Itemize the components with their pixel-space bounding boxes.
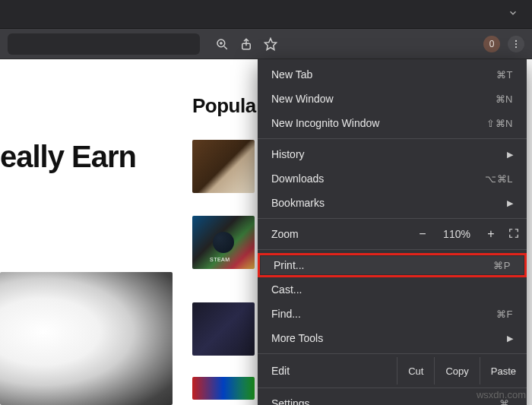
chevron-down-icon[interactable] bbox=[508, 8, 518, 21]
menu-item-new-incognito[interactable]: New Incognito Window ⇧⌘N bbox=[258, 111, 527, 135]
profile-badge[interactable]: 0 bbox=[483, 36, 500, 52]
menu-item-label: More Tools bbox=[271, 332, 507, 344]
menu-item-zoom: Zoom − 110% + bbox=[258, 222, 527, 246]
svg-point-7 bbox=[515, 43, 517, 44]
menu-item-shortcut: ⌘F bbox=[496, 308, 513, 320]
zoom-icon[interactable] bbox=[215, 37, 229, 51]
menu-item-label: New Incognito Window bbox=[271, 117, 486, 129]
menu-item-shortcut: ⌘P bbox=[493, 260, 511, 271]
article-thumbnail[interactable] bbox=[192, 216, 255, 269]
menu-item-label: Find... bbox=[271, 308, 496, 320]
svg-point-8 bbox=[515, 46, 517, 48]
menu-item-edit: Edit Cut Copy Paste bbox=[258, 357, 527, 384]
svg-line-1 bbox=[224, 46, 227, 49]
steam-logo-icon bbox=[213, 232, 234, 253]
watermark: wsxdn.com bbox=[477, 389, 526, 400]
chevron-right-icon: ▶ bbox=[507, 198, 513, 208]
menu-item-cast[interactable]: Cast... bbox=[258, 277, 527, 302]
svg-point-6 bbox=[515, 40, 517, 41]
share-icon[interactable] bbox=[239, 37, 253, 51]
more-menu-button[interactable] bbox=[508, 36, 524, 52]
menu-item-history[interactable]: History ▶ bbox=[258, 142, 527, 166]
edit-copy-button[interactable]: Copy bbox=[434, 357, 479, 384]
article-thumbnail[interactable] bbox=[192, 377, 255, 400]
svg-marker-5 bbox=[265, 38, 277, 49]
browser-toolbar: 0 bbox=[0, 29, 532, 59]
article-thumbnail[interactable] bbox=[192, 302, 255, 356]
article-headline: eally Earn bbox=[0, 140, 136, 174]
menu-item-shortcut: ⌘T bbox=[496, 69, 513, 81]
menu-separator bbox=[258, 249, 527, 250]
fullscreen-icon[interactable] bbox=[508, 228, 519, 241]
chevron-right-icon: ▶ bbox=[507, 150, 513, 160]
menu-separator bbox=[258, 218, 527, 219]
menu-item-shortcut: ⌘N bbox=[496, 93, 513, 105]
menu-item-label: Zoom bbox=[271, 228, 416, 240]
zoom-value: 110% bbox=[440, 228, 473, 240]
menu-item-more-tools[interactable]: More Tools ▶ bbox=[258, 326, 527, 350]
menu-item-label: Downloads bbox=[271, 172, 485, 185]
article-thumbnail[interactable] bbox=[192, 140, 255, 193]
menu-item-bookmarks[interactable]: Bookmarks ▶ bbox=[258, 191, 527, 215]
menu-item-label: New Window bbox=[271, 93, 496, 105]
menu-item-downloads[interactable]: Downloads ⌥⌘L bbox=[258, 166, 527, 191]
menu-item-label: Settings bbox=[271, 397, 499, 405]
edit-paste-button[interactable]: Paste bbox=[480, 357, 527, 384]
menu-separator bbox=[258, 388, 527, 388]
menu-item-label: History bbox=[271, 148, 507, 160]
zoom-in-button[interactable]: + bbox=[484, 227, 498, 241]
address-bar[interactable] bbox=[8, 33, 200, 55]
menu-separator bbox=[258, 353, 527, 354]
menu-item-print[interactable]: Print... ⌘P bbox=[258, 253, 527, 277]
menu-item-new-tab[interactable]: New Tab ⌘T bbox=[258, 62, 527, 87]
star-icon[interactable] bbox=[264, 37, 277, 51]
menu-separator bbox=[258, 138, 527, 139]
chevron-right-icon: ▶ bbox=[507, 334, 513, 343]
menu-item-find[interactable]: Find... ⌘F bbox=[258, 302, 527, 326]
menu-item-label: Bookmarks bbox=[271, 197, 507, 209]
menu-item-label: New Tab bbox=[271, 68, 496, 81]
edit-cut-button[interactable]: Cut bbox=[397, 357, 434, 384]
menu-item-new-window[interactable]: New Window ⌘N bbox=[258, 87, 527, 111]
menu-item-label: Print... bbox=[274, 259, 493, 271]
menu-item-shortcut: ⌥⌘L bbox=[485, 173, 513, 185]
menu-item-label: Cast... bbox=[271, 283, 513, 296]
menu-item-shortcut: ⇧⌘N bbox=[486, 118, 513, 129]
chrome-main-menu: New Tab ⌘T New Window ⌘N New Incognito W… bbox=[258, 59, 527, 405]
menu-item-label: Edit bbox=[271, 365, 397, 377]
hero-image bbox=[0, 272, 173, 405]
section-heading: Popula bbox=[192, 94, 256, 118]
zoom-out-button[interactable]: − bbox=[416, 227, 429, 241]
window-titlebar bbox=[0, 0, 532, 29]
